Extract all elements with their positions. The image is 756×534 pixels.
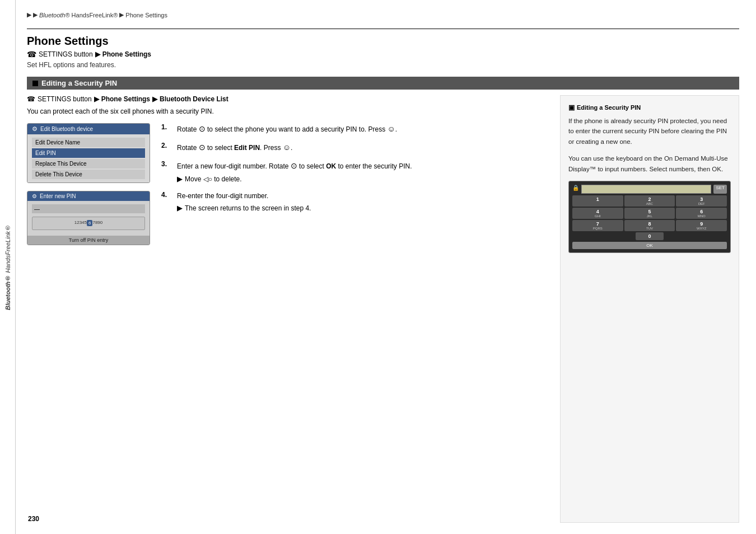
step4-sub-arrow: ▶ [177, 203, 182, 213]
right-col: ▣ Editing a Security PIN If the phone is… [560, 95, 739, 523]
subtitle-text: Set HFL options and features. [27, 61, 739, 69]
step1-press-icon: ☺ [388, 124, 395, 133]
screen2-mockup: ⚙ Enter new PIN — 1 2 [27, 191, 150, 245]
step3-dial-icon: ⊙ [291, 161, 297, 170]
left-col: ☎ SETTINGS button ▶ Phone Settings ▶ Blu… [27, 95, 549, 523]
breadcrumb-part2: HandsFreeLink® [72, 12, 118, 18]
section-header: Editing a Security PIN [27, 77, 739, 90]
screen1-body: Edit Device Name Edit PIN Replace This D… [27, 134, 150, 182]
section-square-icon [32, 81, 38, 86]
steps-col: 1. Rotate ⊙ to select the phone you want… [161, 123, 549, 245]
numpad-key-3[interactable]: 3DEF [676, 195, 727, 207]
right-col-title-text: Editing a Security PIN [577, 104, 641, 111]
breadcrumb-arrow1: ▶ [27, 11, 31, 18]
step4-content: Re-enter the four-digit number. ▶ The sc… [177, 191, 549, 213]
right-col-para2: You can use the keyboard on the On Deman… [568, 153, 731, 174]
screen1-mockup: ⚙ Edit Bluetooth device Edit Device Name… [27, 123, 150, 183]
section-description: You can protect each of the six cell pho… [27, 107, 549, 115]
pin-dash: — [34, 206, 40, 212]
section-phone-settings: Phone Settings [101, 95, 150, 103]
pin-display: — [32, 204, 145, 213]
menu-item-delete[interactable]: Delete This Device [32, 170, 145, 179]
page-number: 230 [28, 515, 39, 523]
step4-sub-text: The screen returns to the screen in step… [185, 203, 311, 213]
numpad-key-6[interactable]: 6MNO [676, 208, 727, 219]
two-col-layout: ☎ SETTINGS button ▶ Phone Settings ▶ Blu… [27, 95, 739, 523]
breadcrumb-part3: Phone Settings [125, 12, 167, 18]
screen1-title: Edit Bluetooth device [40, 126, 93, 132]
right-col-para1: If the phone is already security PIN pro… [568, 116, 731, 147]
step4-sub: ▶ The screen returns to the screen in st… [177, 203, 549, 213]
numpad-top: 🔒 SET [572, 185, 727, 194]
numpad-display [581, 185, 711, 194]
numpad-key-9[interactable]: 9WXYZ [676, 220, 727, 231]
settings-arrow: ▶ [95, 50, 100, 58]
section-arrow1: ▶ [94, 95, 99, 103]
section-bluetooth-list: Bluetooth Device List [160, 95, 228, 103]
step2-number: 2. [161, 142, 171, 149]
numpad-key-7[interactable]: 7PQRS [572, 220, 623, 231]
step3-sub: ▶ Move ◁○ to delete. [177, 174, 549, 184]
numpad-key-2[interactable]: 2ABC [624, 195, 675, 207]
numpad-key-0[interactable]: 0 [636, 232, 664, 240]
screen2-footer[interactable]: Turn off PIN entry [27, 236, 150, 245]
right-col-title: ▣ Editing a Security PIN [568, 104, 731, 111]
screen2-header: ⚙ Enter new PIN [27, 191, 150, 201]
section-settings-button: SETTINGS button [38, 95, 92, 103]
pin-dial[interactable]: 1 2 3 4 5 6 7 8 9 0 [32, 217, 145, 230]
screen2-title: Enter new PIN [40, 193, 76, 199]
step2-dial-icon: ⊙ [199, 143, 206, 152]
numpad-zero-row: 0 [572, 232, 727, 240]
step-1: 1. Rotate ⊙ to select the phone you want… [161, 123, 549, 135]
right-col-icon: ▣ [568, 104, 575, 111]
numpad-key-1[interactable]: 1 [572, 195, 623, 207]
step2-content: Rotate ⊙ to select Edit PIN. Press ☺. [177, 142, 549, 153]
step1-content: Rotate ⊙ to select the phone you want to… [177, 123, 549, 135]
screen1-gear-icon: ⚙ [32, 125, 38, 133]
numpad-grid: 1 2ABC 3DEF 4GHI 5JKL 6MNO 7PQRS 8TUV 9W… [572, 195, 727, 231]
screen2-gear-icon: ⚙ [32, 193, 37, 199]
breadcrumb-part1: Bluetooth® [39, 12, 70, 18]
step1-number: 1. [161, 123, 171, 131]
section-settings-line: ☎ SETTINGS button ▶ Phone Settings ▶ Blu… [27, 95, 549, 103]
menu-item-replace[interactable]: Replace This Device [32, 159, 145, 168]
side-tab-label: Bluetooth® HandsFreeLink® [4, 224, 11, 310]
page-container: Bluetooth® HandsFreeLink® ▶ ▶ Bluetooth®… [0, 0, 756, 534]
step2-bold: Edit PIN [234, 144, 260, 152]
menu-item-edit-pin[interactable]: Edit PIN [32, 148, 145, 158]
numpad-screen: 🔒 SET 1 2ABC 3DEF 4GHI 5JKL 6MNO 7PQRS 8… [568, 181, 731, 253]
numpad-key-5[interactable]: 5JKL [624, 208, 675, 219]
step-4: 4. Re-enter the four-digit number. ▶ The… [161, 191, 549, 213]
step-3: 3. Enter a new four-digit number. Rotate… [161, 160, 549, 184]
numpad-key-8[interactable]: 8TUV [624, 220, 675, 231]
numpad-key-4[interactable]: 4GHI [572, 208, 623, 219]
step-2: 2. Rotate ⊙ to select Edit PIN. Press ☺. [161, 142, 549, 153]
settings-line: ☎ SETTINGS button ▶ Phone Settings [27, 50, 739, 59]
steps-and-screens: ⚙ Edit Bluetooth device Edit Device Name… [27, 123, 549, 245]
step3-sub-arrow: ▶ [177, 174, 182, 184]
section-settings-icon: ☎ [27, 95, 35, 103]
title-divider [27, 29, 739, 29]
pin-num-6: 6 [87, 220, 92, 226]
pin-num-0: 0 [100, 220, 102, 226]
step3-content: Enter a new four-digit number. Rotate ⊙ … [177, 160, 549, 184]
settings-icon: ☎ [27, 50, 36, 59]
breadcrumb: ▶ ▶ Bluetooth® HandsFreeLink® ▶ Phone Se… [27, 11, 739, 18]
page-title: Phone Settings [27, 35, 739, 48]
screen1-header: ⚙ Edit Bluetooth device [27, 124, 150, 134]
side-tab: Bluetooth® HandsFreeLink® [0, 0, 16, 534]
screen2-body: — 1 2 3 4 5 6 [27, 201, 150, 236]
step2-press-icon: ☺ [283, 143, 291, 152]
step4-number: 4. [161, 191, 171, 199]
section-arrow2: ▶ [152, 95, 157, 103]
step3-bold: OK [326, 162, 336, 170]
section-title: Editing a Security PIN [41, 79, 117, 87]
breadcrumb-arrow2: ▶ [33, 11, 38, 18]
numpad-ok-btn[interactable]: OK [572, 242, 727, 249]
screens-col: ⚙ Edit Bluetooth device Edit Device Name… [27, 123, 150, 245]
menu-item-edit-name[interactable]: Edit Device Name [32, 138, 145, 147]
step1-dial-icon: ⊙ [199, 124, 206, 133]
numpad-lock-icon: 🔒 [572, 185, 579, 194]
numpad-set-btn[interactable]: SET [713, 185, 727, 194]
step3-number: 3. [161, 160, 171, 168]
